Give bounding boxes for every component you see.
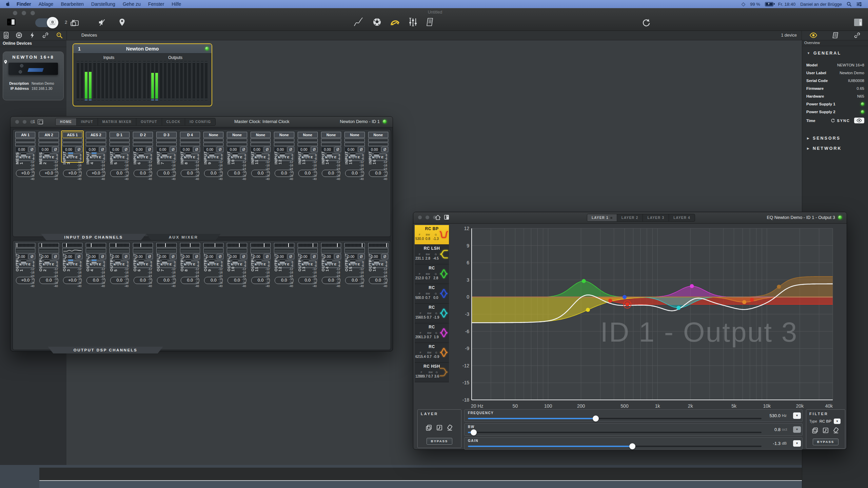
fader-handle[interactable] [350, 155, 355, 158]
gain-readout[interactable]: 0.0 [86, 277, 105, 284]
slider-handle[interactable] [471, 429, 477, 435]
menu-item-gehe-zu[interactable]: Gehe zu [119, 1, 144, 7]
fader-track[interactable] [91, 261, 97, 261]
fader-track[interactable] [185, 154, 191, 154]
phase-button[interactable]: Ø [52, 147, 59, 152]
phase-button[interactable]: Ø [311, 147, 318, 152]
eq-thumbnail[interactable] [39, 248, 59, 253]
gain-readout[interactable]: 0.0 [251, 170, 270, 177]
eq-thumbnail[interactable] [368, 248, 388, 253]
input-channel-strip[interactable]: D 30.00Ø0-6-12-18-24-30-36-400.0INPUT 7M… [155, 131, 177, 162]
phase-button[interactable]: Ø [170, 147, 177, 152]
eq-thumbnail[interactable] [133, 248, 153, 253]
tab-clock[interactable]: CLOCK [162, 118, 185, 125]
eq-response-graph[interactable]: 129630-3-6-9-12-15-1820 Hz501002005001k2… [461, 226, 837, 415]
channel-source-label[interactable]: None [274, 132, 294, 138]
output-channel-strip[interactable]: 0.00Ø0-6-12-18-24-30-36-400.0OUTPUT 4MUT… [85, 242, 107, 269]
gain-readout[interactable]: +0.0 [86, 170, 105, 177]
phase-button[interactable]: Ø [358, 147, 365, 152]
background-window[interactable] [39, 468, 802, 488]
home-icon[interactable] [435, 215, 441, 220]
fader-handle[interactable] [280, 155, 285, 158]
control-center-icon[interactable] [856, 2, 862, 6]
gain-readout[interactable]: 0.0 [134, 170, 152, 177]
gain-readout[interactable]: +0.0 [16, 277, 35, 284]
menu-item-bearbeiten[interactable]: Bearbeiten [57, 1, 87, 7]
fader-handle[interactable] [327, 262, 332, 265]
overview-eye-icon[interactable] [810, 33, 817, 38]
eq-thumbnail[interactable] [251, 248, 271, 253]
filter-card-rc-lsh[interactable]: RC LSHF231.1BW2.8G-4.5 [415, 245, 449, 264]
phase-button[interactable]: Ø [99, 147, 106, 152]
fader-handle[interactable] [256, 262, 261, 265]
fader-track[interactable] [162, 261, 167, 261]
fader-handle[interactable] [374, 155, 379, 158]
copy-icon[interactable] [426, 425, 432, 431]
filter-card-rc-bp[interactable]: RC BPF530.0BW0.8G-1.3 [415, 225, 449, 245]
gain-readout[interactable]: 0.0 [298, 170, 317, 177]
speaker-cabinet-icon[interactable] [4, 32, 8, 39]
paste-icon[interactable] [436, 425, 442, 431]
value-stepper[interactable]: ▾ [793, 426, 801, 433]
eq-thumbnail[interactable] [344, 248, 364, 253]
menu-item-ablage[interactable]: Ablage [35, 1, 57, 7]
eq-window-controls[interactable] [418, 216, 437, 219]
fader-track[interactable] [68, 154, 74, 154]
gain-readout[interactable]: 0.0 [275, 277, 293, 284]
phase-button[interactable]: Ø [311, 254, 318, 259]
phase-button[interactable]: Ø [240, 254, 247, 259]
slider-handle[interactable] [593, 415, 599, 422]
output-channel-strip[interactable]: 0.00Ø0-6-12-18-24-30-36-400.0OUTPUT 10MU… [226, 242, 248, 269]
value-stepper[interactable]: ▾ [793, 440, 801, 447]
phase-button[interactable]: Ø [217, 147, 223, 152]
input-channel-strip[interactable]: D 10.00Ø0-6-12-18-24-30-36-400.0INPUT 5M… [108, 131, 131, 162]
gain-readout[interactable]: 0.0 [181, 170, 199, 177]
gain-readout[interactable]: +0.0 [39, 170, 58, 177]
fader-track[interactable] [256, 261, 262, 261]
fader-track[interactable] [162, 154, 167, 154]
input-channel-strip[interactable]: None0.00Ø0-6-12-18-24-30-36-400.0INPUT 1… [273, 131, 295, 162]
output-channel-strip[interactable]: 0.00Ø0-6-12-18-24-30-36-400.0OUTPUT 13MU… [297, 242, 319, 269]
eq-thumbnail[interactable] [15, 248, 35, 253]
fader-track[interactable] [44, 154, 50, 154]
fader-handle[interactable] [327, 155, 332, 158]
script-log-icon[interactable] [426, 18, 434, 26]
fader-track[interactable] [232, 154, 238, 154]
fader-track[interactable] [44, 261, 50, 261]
channel-source-label[interactable]: D 1 [110, 132, 130, 138]
eq-thumbnail[interactable] [62, 248, 82, 253]
output-channel-strip[interactable]: 0.00Ø0-6-12-18-24-30-36-400.0OUTPUT 14MU… [320, 242, 342, 269]
slider-value[interactable]: -1.3 [773, 441, 781, 446]
level-readout[interactable]: 0.00 [15, 147, 28, 152]
gain-readout[interactable]: 0.0 [275, 170, 293, 177]
gain-readout[interactable]: 0.0 [204, 170, 223, 177]
phase-button[interactable]: Ø [381, 147, 388, 152]
phase-button[interactable]: Ø [170, 254, 177, 259]
eq-thumbnail[interactable] [203, 248, 223, 253]
refresh-icon[interactable] [642, 18, 651, 27]
output-channel-strip[interactable]: 0.00Ø0-6-12-18-24-30-36-400.0OUTPUT 11MU… [250, 242, 272, 269]
gain-readout[interactable]: 0.0 [251, 277, 270, 284]
eq-thumbnail[interactable] [86, 248, 106, 253]
input-dsp-channels-tab[interactable]: INPUT DSP CHANNELS [41, 234, 146, 241]
eq-thumbnail[interactable] [321, 248, 341, 253]
channel-source-label[interactable]: AN 2 [39, 132, 59, 138]
fader-handle[interactable] [68, 262, 73, 265]
log-list-icon[interactable] [832, 32, 839, 39]
fader-handle[interactable] [92, 155, 97, 158]
time-visibility-button[interactable] [854, 118, 864, 123]
input-channel-strip[interactable]: D 40.00Ø0-6-12-18-24-30-36-400.0INPUT 8M… [179, 131, 201, 162]
fader-handle[interactable] [162, 155, 167, 158]
filter-type-dropdown[interactable]: ▾ [834, 419, 841, 424]
device-card[interactable]: NEWTON 16+8 Description Newton Demo IP A… [3, 52, 64, 100]
mixer-window-icon[interactable] [38, 119, 43, 124]
time-sync-button[interactable]: SYNC [831, 118, 850, 123]
output-channel-strip[interactable]: 0.00Ø0-6-12-18-24-30-36-40+0.0OUTPUT 3MU… [61, 242, 83, 269]
menu-clock[interactable]: Fr. 18:40 [778, 2, 795, 7]
channel-source-label[interactable]: AES 2 [86, 132, 106, 138]
tab-io-config[interactable]: IO CONFIG [185, 118, 215, 125]
eq-thumbnail[interactable] [227, 248, 247, 253]
fader-handle[interactable] [303, 262, 309, 265]
input-channel-strip[interactable]: None0.00Ø0-6-12-18-24-30-36-400.0INPUT 1… [343, 131, 366, 162]
fader-track[interactable] [256, 154, 262, 154]
